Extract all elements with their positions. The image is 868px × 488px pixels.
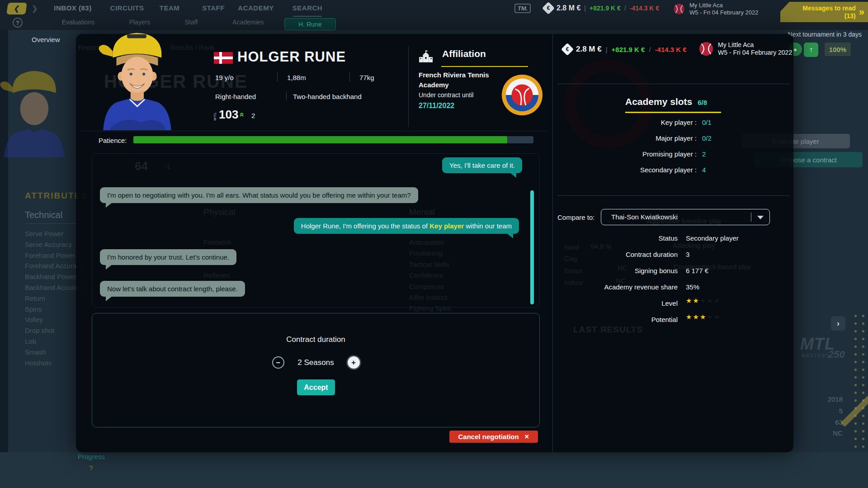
patience-bar-fill xyxy=(133,136,507,143)
chat-message-opponent: Now let's talk about contract length, pl… xyxy=(100,281,245,297)
expense: -414.3 K € xyxy=(655,46,687,53)
messages-banner[interactable]: Messages to read (13) » xyxy=(780,2,868,22)
balance: 2.8 M € xyxy=(557,4,580,12)
plus-button[interactable]: + xyxy=(348,356,360,369)
rank-value: 103 xyxy=(219,108,238,122)
fitness-percent: 100% xyxy=(825,43,851,56)
mtl-logo-sub: MASTERS xyxy=(802,353,830,358)
academy-building-icon xyxy=(419,50,433,63)
stat-value: 35% xyxy=(686,282,790,293)
compare-to-label: Compare to: xyxy=(557,213,595,221)
slot-value: 4 xyxy=(702,165,743,175)
patience-label: Patience: xyxy=(99,137,127,144)
academy-name: My Little Aca xyxy=(689,2,758,9)
denmark-flag-icon xyxy=(214,52,233,64)
attribute-item: Return xyxy=(25,293,85,304)
attribute-item: Smash xyxy=(25,347,85,358)
divider xyxy=(751,213,751,222)
messages-label: Messages to read xyxy=(802,5,856,12)
compare-dropdown[interactable]: Thai-Son Kwiatkowski xyxy=(601,209,770,225)
attribute-item: Volley xyxy=(25,314,85,325)
stat-label: Status xyxy=(559,233,678,244)
mtl-logo-number: 250 xyxy=(828,349,845,360)
search-tab-underline xyxy=(293,16,322,17)
academy-slots-list: Key player : 0/1 Major player : 0/2 Prom… xyxy=(580,118,743,175)
chat-text: within our team xyxy=(464,222,512,230)
tennis-ball-icon xyxy=(698,41,714,57)
nav-tab-team[interactable]: TEAM xyxy=(160,4,180,12)
attribute-item: Backhand Power xyxy=(25,271,85,282)
stat-label: Contract duration xyxy=(559,249,678,260)
subnav-players[interactable]: Players xyxy=(129,19,151,26)
chat-text: I'm honored by your trust. Let's continu… xyxy=(107,253,229,261)
chat-area: Yes, I'll take care of it. I'm open to n… xyxy=(92,153,540,308)
accept-button[interactable]: Accept xyxy=(297,379,335,395)
back-glyph: ❮ xyxy=(13,5,20,13)
current-date: W5 - Fri 04 February 2022 xyxy=(718,49,792,57)
potential-label: Potential xyxy=(559,314,678,325)
rank-change: 2 xyxy=(251,112,255,119)
affiliation-academy-name: French Riviera Tennis xyxy=(419,71,489,79)
chevron-down-icon xyxy=(757,216,764,219)
minus-button[interactable]: − xyxy=(272,356,284,369)
slot-label: Key player : xyxy=(580,118,697,128)
divider xyxy=(557,84,789,84)
chat-message-opponent: I'm honored by your trust. Let's continu… xyxy=(100,249,236,265)
attributes-list: Serve Power Serve Accuracy Forehand Powe… xyxy=(25,228,85,368)
star-icon-empty: ★★ xyxy=(707,313,721,321)
chevron-right-icon[interactable]: › xyxy=(831,316,845,331)
tennis-ball-icon xyxy=(673,3,685,15)
stat-label: Signing bonus xyxy=(559,265,678,276)
slot-value: 2 xyxy=(702,149,743,159)
player-hand: Right-handed xyxy=(215,93,256,100)
stat-label: Academy revenue share xyxy=(559,282,678,293)
subnav-evaluations[interactable]: Evaluations xyxy=(62,19,94,26)
income: +821.9 K € xyxy=(590,5,621,12)
back-icon[interactable]: ❮ xyxy=(6,3,27,14)
attribute-item: Hotshots xyxy=(25,358,85,369)
academy-slots-title: Academy slots xyxy=(625,96,692,107)
separator: | xyxy=(584,5,586,12)
top-bar: ❮ ❯ INBOX (83) CIRCUITS TEAM STAFF ACADE… xyxy=(0,0,868,30)
star-icon-empty: ★★★ xyxy=(700,297,721,304)
cancel-negotiation-button[interactable]: Cancel negotiation ✕ xyxy=(449,431,538,443)
star-icon-filled: ★★★ xyxy=(686,313,707,321)
help-icon[interactable]: ? xyxy=(13,18,23,28)
subnav-staff[interactable]: Staff xyxy=(185,19,198,26)
patience-bar xyxy=(133,136,533,143)
attribute-item: Serve Accuracy xyxy=(25,239,85,250)
income: +821.9 K € xyxy=(612,46,645,53)
chat-message-opponent: I'm open to negotiating with you. I'm al… xyxy=(100,187,418,203)
forward-icon[interactable]: ❯ xyxy=(32,4,38,13)
subnav-academies[interactable]: Academies xyxy=(232,19,264,26)
separator: / xyxy=(624,5,626,12)
up-arrow-icon: ↑ xyxy=(804,43,818,57)
divider xyxy=(286,91,287,100)
divider xyxy=(349,72,350,81)
tab-h-rune[interactable]: H. Rune xyxy=(284,18,336,30)
negotiation-modal: HOLGER RUNE 19 y/o 1,88m 77kg Right-hand… xyxy=(76,34,793,452)
progress-question: ? xyxy=(89,464,93,472)
nav-tab-academy[interactable]: ACADEMY xyxy=(238,4,274,12)
slot-value: 0/1 xyxy=(702,118,743,128)
nav-tab-circuits[interactable]: CIRCUITS xyxy=(110,4,144,12)
contract-duration-title: Contract duration xyxy=(92,335,539,344)
nav-tab-staff[interactable]: STAFF xyxy=(202,4,225,12)
tab-overview[interactable]: Overview xyxy=(32,36,60,43)
chat-scrollbar[interactable] xyxy=(530,190,534,304)
chat-text: I'm open to negotiating with you. I'm al… xyxy=(107,191,411,199)
slot-label: Secondary player : xyxy=(580,165,697,175)
contract-until-label: Under contract until xyxy=(419,91,473,99)
slot-label: Major player : xyxy=(580,133,697,143)
separator: / xyxy=(649,46,651,53)
messages-count: (13) xyxy=(802,12,856,20)
expense: -414.3 K € xyxy=(630,5,659,12)
panel-academy-summary: My Little Aca W5 - Fri 04 February 2022 xyxy=(698,41,792,57)
nav-tab-search[interactable]: SEARCH xyxy=(292,4,322,12)
academy-summary: My Little Aca W5 - Fri 04 February 2022 xyxy=(673,2,758,16)
career-value: 5 xyxy=(839,407,843,415)
career-value: NC xyxy=(833,429,843,437)
balance: 2.8 M € xyxy=(576,45,602,54)
nav-tab-inbox[interactable]: INBOX (83) xyxy=(54,4,91,12)
ghost-player-photo xyxy=(0,67,81,157)
